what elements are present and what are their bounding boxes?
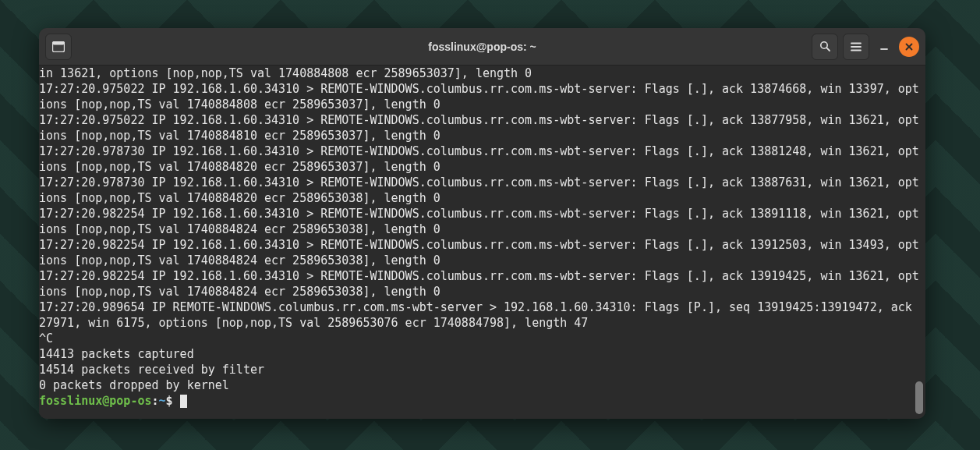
- prompt-path: ~: [159, 394, 166, 408]
- scrollbar[interactable]: [915, 66, 923, 419]
- close-icon: [904, 42, 914, 51]
- terminal-output: in 13621, options [nop,nop,TS val 174088…: [39, 66, 919, 392]
- terminal-body[interactable]: in 13621, options [nop,nop,TS val 174088…: [39, 66, 925, 419]
- prompt-dollar: $: [166, 394, 180, 408]
- scroll-thumb[interactable]: [915, 381, 923, 414]
- svg-line-3: [826, 48, 830, 51]
- prompt-separator: :: [152, 394, 159, 408]
- svg-rect-1: [53, 41, 65, 44]
- terminal-window: fosslinux@pop-os: ~: [39, 28, 925, 419]
- terminal-tab-icon: [52, 41, 65, 52]
- close-button[interactable]: [899, 37, 919, 57]
- prompt-user-host: fosslinux@pop-os: [39, 394, 152, 408]
- search-icon: [819, 41, 831, 52]
- hamburger-icon: [851, 42, 861, 51]
- titlebar-right-controls: [812, 34, 919, 60]
- terminal-content: in 13621, options [nop,nop,TS val 174088…: [39, 66, 925, 409]
- new-tab-button[interactable]: [45, 34, 72, 60]
- window-title: fosslinux@pop-os: ~: [39, 41, 925, 53]
- search-button[interactable]: [812, 34, 838, 60]
- titlebar: fosslinux@pop-os: ~: [39, 28, 925, 66]
- minimize-button[interactable]: [874, 37, 894, 57]
- text-cursor: [180, 395, 187, 408]
- minimize-icon: [879, 42, 889, 51]
- menu-button[interactable]: [843, 34, 869, 60]
